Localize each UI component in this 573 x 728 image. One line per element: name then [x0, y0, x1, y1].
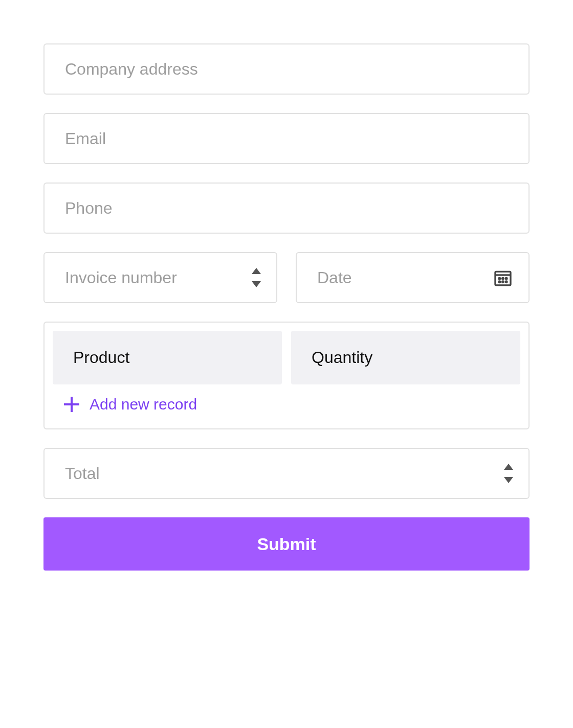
- phone-field-wrap: [43, 183, 530, 234]
- step-up-icon[interactable]: [252, 268, 261, 274]
- svg-point-4: [505, 278, 507, 279]
- invoice-number-field-wrap: [43, 252, 277, 303]
- calendar-icon[interactable]: [493, 267, 513, 288]
- phone-field[interactable]: [65, 199, 508, 218]
- column-header-product: Product: [53, 331, 282, 384]
- table-header-row: Product Quantity: [53, 331, 520, 384]
- company-address-field-wrap: [43, 43, 530, 95]
- column-header-quantity: Quantity: [291, 331, 520, 384]
- total-stepper: [504, 464, 513, 483]
- step-up-icon[interactable]: [504, 464, 513, 470]
- date-field[interactable]: [317, 268, 508, 287]
- company-address-field[interactable]: [65, 60, 508, 79]
- svg-point-7: [505, 281, 507, 283]
- plus-icon: [64, 397, 79, 412]
- invoice-form: Product Quantity Add new record Submit: [43, 43, 530, 571]
- svg-point-5: [499, 281, 500, 283]
- svg-point-3: [502, 278, 504, 279]
- step-down-icon[interactable]: [252, 281, 261, 287]
- add-record-label: Add new record: [90, 396, 197, 413]
- svg-point-2: [499, 278, 500, 279]
- total-field-wrap: [43, 448, 530, 499]
- submit-button[interactable]: Submit: [43, 517, 530, 571]
- date-field-wrap: [296, 252, 530, 303]
- email-field-wrap: [43, 113, 530, 164]
- svg-point-6: [502, 281, 504, 283]
- total-field[interactable]: [65, 464, 508, 483]
- line-items-table: Product Quantity Add new record: [43, 322, 530, 429]
- invoice-number-stepper: [252, 268, 261, 287]
- email-field[interactable]: [65, 129, 508, 148]
- step-down-icon[interactable]: [504, 477, 513, 483]
- invoice-date-row: [43, 252, 530, 303]
- invoice-number-field[interactable]: [65, 268, 256, 287]
- add-record-button[interactable]: Add new record: [53, 384, 520, 420]
